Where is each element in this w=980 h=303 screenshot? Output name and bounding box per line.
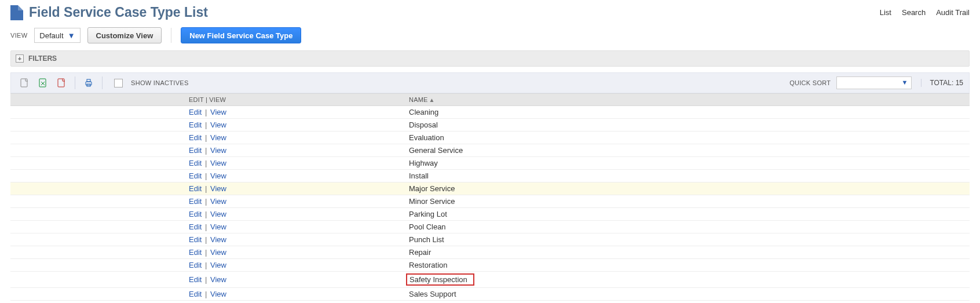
pipe-separator: | bbox=[203, 146, 209, 155]
cell-name: Major Service bbox=[404, 182, 970, 195]
export-xls-icon[interactable] bbox=[35, 75, 50, 90]
cell-spacer bbox=[10, 170, 184, 182]
cell-name: Sales Support bbox=[404, 288, 970, 301]
customize-view-button[interactable]: Customize View bbox=[87, 27, 162, 43]
print-icon[interactable] bbox=[81, 75, 96, 90]
edit-link[interactable]: Edit bbox=[189, 133, 202, 142]
view-link[interactable]: View bbox=[210, 222, 226, 231]
cell-actions: Edit | View bbox=[184, 272, 404, 288]
total-count: TOTAL: 15 bbox=[921, 79, 963, 87]
edit-link[interactable]: Edit bbox=[189, 159, 202, 167]
table-row: Edit | ViewSafety Inspection bbox=[10, 272, 970, 288]
sort-asc-icon: ▲ bbox=[429, 97, 435, 103]
cell-actions: Edit | View bbox=[184, 119, 404, 132]
separator bbox=[171, 28, 171, 43]
cell-spacer bbox=[10, 259, 184, 272]
pipe-separator: | bbox=[203, 290, 209, 298]
cell-actions: Edit | View bbox=[184, 195, 404, 208]
link-list[interactable]: List bbox=[880, 8, 891, 17]
show-inactives-label: SHOW INACTIVES bbox=[131, 79, 189, 86]
link-search[interactable]: Search bbox=[902, 8, 926, 17]
table-row: Edit | ViewGeneral Service bbox=[10, 144, 970, 157]
view-select[interactable]: Default ▼ bbox=[34, 28, 80, 43]
view-link[interactable]: View bbox=[210, 261, 226, 269]
cell-actions: Edit | View bbox=[184, 144, 404, 157]
view-link[interactable]: View bbox=[210, 197, 226, 206]
cell-actions: Edit | View bbox=[184, 246, 404, 259]
pipe-separator: | bbox=[203, 235, 209, 244]
edit-link[interactable]: Edit bbox=[189, 290, 202, 298]
edit-link[interactable]: Edit bbox=[189, 261, 202, 269]
chevron-down-icon: ▼ bbox=[902, 79, 908, 86]
separator bbox=[102, 76, 103, 89]
table-row: Edit | ViewRepair bbox=[10, 246, 970, 259]
pipe-separator: | bbox=[203, 197, 209, 206]
svg-rect-2 bbox=[58, 79, 64, 87]
svg-rect-0 bbox=[21, 79, 27, 87]
link-audit-trail[interactable]: Audit Trail bbox=[936, 8, 970, 17]
export-csv-icon[interactable] bbox=[17, 75, 32, 90]
view-link[interactable]: View bbox=[210, 159, 226, 167]
table-row: Edit | ViewInstall bbox=[10, 170, 970, 182]
table-row: Edit | ViewRestoration bbox=[10, 259, 970, 272]
view-link[interactable]: View bbox=[210, 184, 226, 193]
cell-actions: Edit | View bbox=[184, 221, 404, 233]
new-case-type-button[interactable]: New Field Service Case Type bbox=[181, 27, 301, 43]
pipe-separator: | bbox=[203, 210, 209, 218]
quick-sort-label: QUICK SORT bbox=[789, 79, 831, 86]
cell-actions: Edit | View bbox=[184, 288, 404, 301]
view-link[interactable]: View bbox=[210, 146, 226, 155]
cell-actions: Edit | View bbox=[184, 106, 404, 119]
edit-link[interactable]: Edit bbox=[189, 222, 202, 231]
pipe-separator: | bbox=[203, 248, 209, 257]
table-row: Edit | ViewHighway bbox=[10, 157, 970, 170]
edit-link[interactable]: Edit bbox=[189, 108, 202, 116]
filters-label: FILTERS bbox=[28, 54, 57, 63]
edit-link[interactable]: Edit bbox=[189, 121, 202, 129]
edit-link[interactable]: Edit bbox=[189, 197, 202, 206]
view-link[interactable]: View bbox=[210, 171, 226, 180]
cell-name: Restoration bbox=[404, 259, 970, 272]
cell-spacer bbox=[10, 106, 184, 119]
cell-name: General Service bbox=[404, 144, 970, 157]
edit-link[interactable]: Edit bbox=[189, 171, 202, 180]
pipe-separator: | bbox=[203, 184, 209, 193]
view-link[interactable]: View bbox=[210, 275, 226, 284]
pipe-separator: | bbox=[203, 261, 209, 269]
cell-spacer bbox=[10, 119, 184, 132]
quick-sort-select[interactable]: ▼ bbox=[836, 76, 912, 89]
cell-actions: Edit | View bbox=[184, 157, 404, 170]
view-link[interactable]: View bbox=[210, 290, 226, 298]
edit-link[interactable]: Edit bbox=[189, 248, 202, 257]
cell-spacer bbox=[10, 182, 184, 195]
table-row: Edit | ViewCleaning bbox=[10, 106, 970, 119]
export-pdf-icon[interactable] bbox=[54, 75, 69, 90]
edit-link[interactable]: Edit bbox=[189, 235, 202, 244]
cell-name: Minor Service bbox=[404, 195, 970, 208]
cell-name: Install bbox=[404, 170, 970, 182]
expand-filters-icon[interactable]: + bbox=[16, 54, 24, 63]
view-link[interactable]: View bbox=[210, 133, 226, 142]
cell-actions: Edit | View bbox=[184, 259, 404, 272]
cell-name: Punch List bbox=[404, 233, 970, 246]
edit-link[interactable]: Edit bbox=[189, 146, 202, 155]
edit-link[interactable]: Edit bbox=[189, 275, 202, 284]
view-link[interactable]: View bbox=[210, 235, 226, 244]
view-link[interactable]: View bbox=[210, 121, 226, 129]
view-link[interactable]: View bbox=[210, 248, 226, 257]
highlighted-name: Safety Inspection bbox=[406, 273, 474, 286]
edit-link[interactable]: Edit bbox=[189, 184, 202, 193]
case-type-table: EDIT | VIEW NAME▲ Edit | ViewCleaningEdi… bbox=[10, 93, 970, 301]
table-row: Edit | ViewMinor Service bbox=[10, 195, 970, 208]
pipe-separator: | bbox=[203, 108, 209, 116]
show-inactives-checkbox[interactable] bbox=[114, 79, 123, 87]
view-link[interactable]: View bbox=[210, 210, 226, 218]
view-link[interactable]: View bbox=[210, 108, 226, 116]
edit-link[interactable]: Edit bbox=[189, 210, 202, 218]
page-icon bbox=[10, 5, 23, 20]
table-row: Edit | ViewEvaluation bbox=[10, 132, 970, 144]
cell-actions: Edit | View bbox=[184, 208, 404, 221]
cell-spacer bbox=[10, 132, 184, 144]
cell-name: Cleaning bbox=[404, 106, 970, 119]
col-header-name[interactable]: NAME▲ bbox=[404, 94, 970, 106]
